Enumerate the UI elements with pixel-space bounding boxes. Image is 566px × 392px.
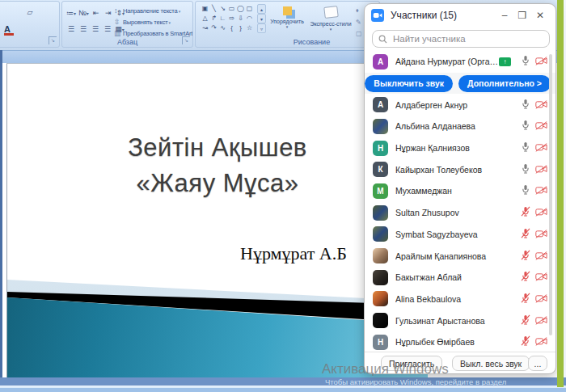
text-direction-button[interactable]: ↕Направление текста (114, 5, 192, 16)
angle-shape-icon[interactable]: ∟ (218, 14, 227, 23)
mic-icon (521, 335, 530, 349)
font-color-button[interactable]: А (4, 24, 14, 36)
curve-shape-icon[interactable]: ↷ (209, 23, 218, 33)
participant-row[interactable]: Бакытжан Аблай (365, 267, 555, 289)
video-off-icon (535, 314, 547, 328)
scrollbar-thumb[interactable] (549, 54, 552, 335)
picture-shape-icon[interactable]: ▣ (201, 4, 209, 14)
participant-name: Альбина Алданаева (395, 121, 516, 131)
mic-icon (521, 183, 530, 198)
quick-styles-button[interactable]: Экспресс-стили ▾ (309, 4, 353, 43)
decrease-indent-icon[interactable]: ⇤ (91, 6, 102, 20)
avatar-initial: Н (378, 144, 383, 153)
participant-row[interactable]: Н Нұрлыбек Өмірбаев (365, 331, 555, 353)
elbow-connector-shape-icon[interactable]: ↱ (209, 14, 218, 23)
search-input[interactable] (391, 33, 532, 44)
mic-icon (521, 205, 530, 220)
align-text-button[interactable]: ⇳Выровнять текст (114, 16, 192, 27)
increase-indent-icon[interactable]: ⇥ (103, 6, 114, 20)
avatar-initial: М (377, 187, 383, 196)
gallery-more-icon[interactable]: ▿ (257, 23, 266, 33)
participant-row[interactable]: Artu... Выключить звук Дополнительно > (365, 73, 555, 95)
participant-row[interactable]: Sultan Zhusupov (365, 202, 555, 224)
avatar-initial: К (378, 165, 382, 174)
mute-participant-button[interactable]: Выключить звук (365, 75, 453, 92)
close-button[interactable]: ✕ (531, 10, 549, 21)
zoom-participants-panel: Участники (15) – ❒ ✕ А Айдана Нурмурат (… (364, 3, 556, 374)
participant-row[interactable]: Alina Bekbaulova (365, 289, 555, 310)
participant-row[interactable]: Арайлым Қанапиянова (365, 245, 555, 267)
shapes-gallery: ▣╲↘▭◯▢△↱∟⇨⇩◠↝↷∿{}☆ (201, 4, 256, 33)
participant-name: Кайырхан Толеубеков (395, 165, 516, 175)
avatar (373, 313, 388, 328)
mute-all-button[interactable]: Выкл. весь звук (452, 356, 530, 371)
participant-row[interactable]: Symbat Sagyzbayeva (365, 224, 555, 246)
participant-row[interactable]: Гульзинат Арыстанова (365, 310, 555, 331)
mic-icon (521, 98, 530, 112)
numbering-icon[interactable]: №▾ (78, 6, 90, 20)
rectangle-shape-icon[interactable]: ▭ (227, 4, 236, 14)
video-off-icon (535, 98, 547, 112)
footer-more-button[interactable]: ... (528, 356, 547, 371)
freeform-shape-icon[interactable]: ↝ (201, 23, 209, 33)
convert-smartart-button[interactable]: ▥Преобразовать в SmartArt (114, 27, 192, 39)
oval-shape-icon[interactable]: ◯ (236, 4, 245, 14)
gallery-up-icon[interactable]: ▴ (257, 4, 266, 14)
dialog-launcher-icon[interactable]: ↘ (49, 36, 57, 44)
paragraph-stack-buttons: ↕Направление текста⇳Выровнять текст▥Прео… (114, 5, 192, 39)
participant-row[interactable]: К Кайырхан Толеубеков (365, 158, 555, 180)
align-right-icon[interactable]: ☰ (90, 23, 101, 36)
gallery-down-icon[interactable]: ▾ (257, 14, 266, 23)
arrow-shape-icon[interactable]: ↘ (218, 4, 227, 14)
screen-share-badge: ↑ (499, 57, 511, 66)
avatar (373, 119, 388, 134)
scribble-shape-icon[interactable]: ∿ (218, 23, 227, 33)
zoom-logo-icon (371, 9, 384, 22)
minimize-button[interactable]: – (496, 10, 513, 21)
right-brace-shape-icon[interactable]: } (236, 23, 245, 33)
mic-icon (521, 314, 530, 328)
avatar-initial: А (378, 57, 383, 66)
chevron-down-icon: ▾ (268, 24, 306, 29)
dialog-launcher-icon[interactable]: ↘ (182, 36, 190, 44)
star-shape-icon[interactable]: ☆ (245, 23, 254, 33)
video-off-icon (535, 270, 547, 285)
maximize-button[interactable]: ❒ (513, 10, 531, 21)
participant-name: Нұрлыбек Өмірбаев (395, 337, 516, 347)
search-box[interactable] (372, 30, 550, 48)
participant-row[interactable]: А Айдана Нурмурат (Организатор, я) ↑ (365, 51, 555, 73)
panel-titlebar[interactable]: Участники (15) – ❒ ✕ (365, 4, 555, 27)
right-arrow-shape-icon[interactable]: ⇨ (227, 14, 236, 23)
video-off-icon (535, 227, 547, 242)
avatar (373, 248, 388, 263)
video-off-icon (535, 249, 547, 263)
bullets-icon[interactable]: ≔▾ (65, 6, 77, 20)
rounded-rectangle-shape-icon[interactable]: ▢ (245, 4, 254, 14)
arc-shape-icon[interactable]: ◠ (245, 14, 254, 23)
line-shape-icon[interactable]: ╲ (209, 4, 218, 14)
align-left-icon[interactable]: ☰ (65, 23, 77, 36)
participant-row[interactable]: Альбина Алданаева (365, 116, 555, 137)
avatar: Н (373, 141, 388, 156)
participant-name: Алдаберген Акнур (395, 100, 516, 110)
participant-row[interactable]: М Мухаммеджан (365, 180, 555, 202)
chevron-down-icon: ▾ (74, 11, 76, 16)
video-off-icon (535, 335, 547, 349)
participant-row[interactable]: А Алдаберген Акнур (365, 94, 555, 116)
mic-icon (521, 270, 530, 285)
participant-name: Sultan Zhusupov (395, 208, 516, 217)
more-participant-button[interactable]: Дополнительно > (458, 75, 551, 92)
down-arrow-shape-icon[interactable]: ⇩ (236, 14, 245, 23)
avatar: К (373, 162, 388, 177)
triangle-shape-icon[interactable]: △ (201, 14, 209, 23)
chevron-down-icon: ▾ (309, 27, 353, 32)
justify-icon[interactable]: ☰ (102, 23, 113, 36)
participant-name: Alina Bekbaulova (395, 294, 516, 304)
arrange-button[interactable]: Упорядочить ▾ (268, 4, 306, 43)
shape-edit-button[interactable]: ▱ (24, 6, 36, 19)
text-direction-icon: ↕ (114, 6, 123, 15)
left-brace-shape-icon[interactable]: { (227, 23, 236, 33)
participant-row[interactable]: Н Нұржан Қалниязов (365, 137, 555, 159)
align-text-label: Выровнять текст (123, 19, 171, 26)
align-center-icon[interactable]: ☰ (78, 23, 89, 36)
